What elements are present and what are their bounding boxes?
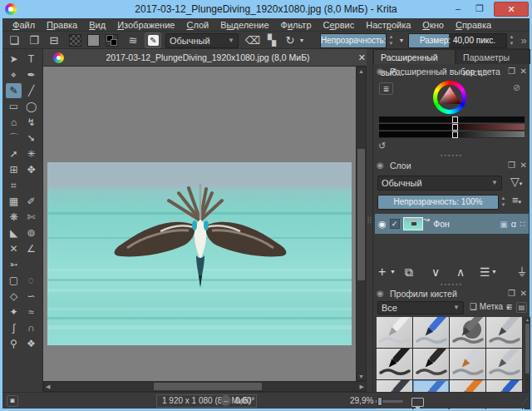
shade-strip-2[interactable] [379, 124, 525, 131]
transform-select-tool[interactable]: ➤ [6, 52, 22, 67]
refresh-colors-icon[interactable]: ↺ [378, 141, 386, 151]
contiguous-select-tool[interactable]: ≈ [23, 305, 39, 319]
pan-tool[interactable]: ❖ [23, 336, 39, 351]
multibrush-tool[interactable]: ✳ [23, 146, 39, 161]
color-picker-tool[interactable]: ✐ [23, 194, 39, 209]
menu-item-Справка[interactable]: Справка [450, 20, 497, 30]
close-docker-icon[interactable]: ✕ [520, 159, 527, 172]
pattern-edit-tool[interactable]: ❋ [6, 210, 22, 225]
reference-images-tool[interactable]: ➳ [6, 257, 22, 272]
float-docker-icon[interactable]: ❐ [508, 159, 515, 172]
no-color-icon[interactable]: ⊘ [513, 82, 520, 93]
menu-item-Сервис[interactable]: Сервис [318, 20, 361, 30]
new-document-icon[interactable]: ❏ [7, 33, 22, 47]
tag-button[interactable]: ❑ Метка ▼ [470, 302, 510, 311]
close-docker-icon[interactable]: ✕ [520, 65, 527, 78]
brush-preset-pencil-silver[interactable] [486, 349, 522, 379]
bezier-curve-tool[interactable]: ⌒ [6, 131, 22, 146]
menu-item-Слой[interactable]: Слой [180, 20, 214, 30]
polyline-tool[interactable]: ↯ [23, 115, 39, 130]
magnetic-select-tool[interactable]: ∩ [23, 320, 39, 335]
document-titlebar[interactable]: 2017-03-12_PlungeDiving_1920x1080.jpg (8… [43, 49, 372, 67]
opacity-slider[interactable]: Непрозрачность: 100% [320, 33, 387, 48]
brush-preset-eraser-soft[interactable] [377, 317, 412, 348]
add-layer-dropdown-icon[interactable]: ▼ [390, 264, 396, 280]
calligraphy-tool[interactable]: ✒ [23, 67, 39, 82]
blend-mode-dropdown[interactable]: Обычный▼ [165, 33, 239, 48]
eraser-mode-icon[interactable]: ⌫ [245, 33, 260, 47]
scroll-right-icon[interactable]: ▶ [360, 384, 364, 390]
layer-name[interactable]: Фон [433, 219, 496, 229]
toolbar-overflow-icon[interactable]: » [519, 33, 529, 47]
menu-item-Правка[interactable]: Правка [41, 20, 83, 30]
layer-lock-icon[interactable]: ▣ [500, 220, 507, 229]
move-tool[interactable]: ✥ [23, 162, 39, 177]
layer-opacity-slider[interactable]: Непрозрачность: 100% [377, 195, 499, 210]
opacity-dropdown-icon[interactable]: ▼ [397, 33, 406, 47]
docker-resize-handle[interactable]: ▪▪▪▪▪▪ [373, 281, 530, 287]
close-button[interactable]: ✕ [494, 2, 529, 17]
menu-item-Файл[interactable]: Файл [7, 20, 41, 30]
zoom-percent[interactable]: 29,9% [350, 396, 373, 405]
similar-select-tool[interactable]: ✦ [6, 305, 22, 319]
size-spinner[interactable]: ▲▼ [508, 33, 515, 47]
maximize-button[interactable]: ❐ [470, 2, 489, 16]
color-selector-settings-button[interactable]: ≣ [379, 82, 393, 95]
layer-alpha-icon[interactable]: α [511, 219, 516, 229]
dynamic-brush-tool[interactable]: ➚ [6, 146, 22, 161]
scroll-left-icon[interactable]: ◀ [46, 384, 50, 390]
brush-list-menu-icon[interactable]: ≡ [506, 301, 512, 313]
brush-preset-pen-orange-band[interactable] [450, 349, 485, 379]
measure-tool[interactable]: ∠ [23, 241, 39, 256]
brush-preset-ink-fine-liner[interactable] [486, 317, 522, 348]
vscroll-thumb[interactable] [357, 149, 365, 280]
brush-tag-filter-dropdown[interactable]: Все▼ [377, 301, 464, 314]
brush-preset-airbrush-soft[interactable] [450, 317, 485, 348]
scroll-up-icon[interactable]: ▲ [525, 317, 530, 322]
selection-display-mode-button[interactable]: ◙ [7, 395, 18, 407]
add-layer-button[interactable]: + [378, 264, 386, 280]
menu-item-Изображение[interactable]: Изображение [111, 20, 180, 30]
image-plungediving[interactable] [47, 162, 352, 345]
scroll-down-icon[interactable]: ▼ [357, 374, 366, 379]
open-document-icon[interactable]: ❐ [27, 33, 42, 47]
layer-blend-mode-dropdown[interactable]: Обычный▼ [377, 176, 502, 191]
docker-menu-icon[interactable]: ◉ [377, 159, 384, 172]
rotation-angle[interactable]: 0,00° [235, 396, 254, 405]
opacity-spinner[interactable]: ▲▼ [387, 33, 395, 47]
tab-advanced-color-selector[interactable]: Расширенный выб... [373, 49, 456, 64]
rect-select-tool[interactable]: ▢ [6, 273, 22, 288]
close-docker-icon[interactable]: ✕ [520, 287, 527, 300]
reload-dropdown-icon[interactable]: ▼ [298, 33, 306, 47]
edit-shapes-tool[interactable]: ⌖ [6, 67, 22, 82]
freehand-brush-tool[interactable]: ✎ [6, 83, 22, 98]
zoom-slider[interactable] [375, 400, 403, 403]
layer-active-checkbox[interactable]: ✓ [390, 219, 400, 229]
ellipse-select-tool[interactable]: ◌ [23, 273, 39, 288]
text-tool[interactable]: T [23, 52, 39, 67]
shade-strip-1[interactable] [379, 116, 525, 123]
shade-strip-3[interactable] [379, 131, 525, 138]
docker-resize-handle[interactable]: ▪▪▪▪▪▪ [373, 152, 530, 158]
freehand-path-tool[interactable]: ➘ [23, 131, 39, 146]
hscroll-thumb[interactable] [154, 383, 262, 390]
layer-opacity-spinner[interactable]: ▲▼ [500, 195, 507, 208]
brush-preset-marker-chisel-black[interactable] [377, 349, 412, 379]
save-icon[interactable]: ⊟ [47, 33, 62, 47]
dock-splitter[interactable]: ⣿ [367, 49, 372, 392]
brush-editor-button[interactable]: ✎ [145, 32, 161, 48]
docker-menu-icon[interactable]: ◉ [377, 287, 384, 300]
polygon-select-tool[interactable]: ◇ [6, 289, 22, 304]
zoom-slider-handle[interactable] [377, 397, 382, 406]
gradient-chooser-swatch[interactable] [69, 34, 81, 47]
menu-item-Выделение[interactable]: Выделение [214, 20, 274, 30]
docker-menu-icon[interactable]: ◉ [377, 65, 384, 78]
duplicate-layer-button[interactable]: ⧉ [405, 264, 413, 280]
gradient-tool[interactable]: ▦ [6, 194, 22, 209]
layer-row-background[interactable]: ◉ ✓ ↝ Фон ▣ α ∷ [375, 214, 529, 234]
enclose-fill-tool[interactable]: ⊚ [23, 225, 39, 240]
fit-to-screen-icon[interactable] [411, 398, 424, 407]
move-layer-up-button[interactable]: ∧ [456, 264, 465, 280]
horizontal-scrollbar[interactable]: ◀ ▶ [43, 381, 367, 392]
layer-options-icon[interactable]: ≡▾ [512, 194, 521, 206]
